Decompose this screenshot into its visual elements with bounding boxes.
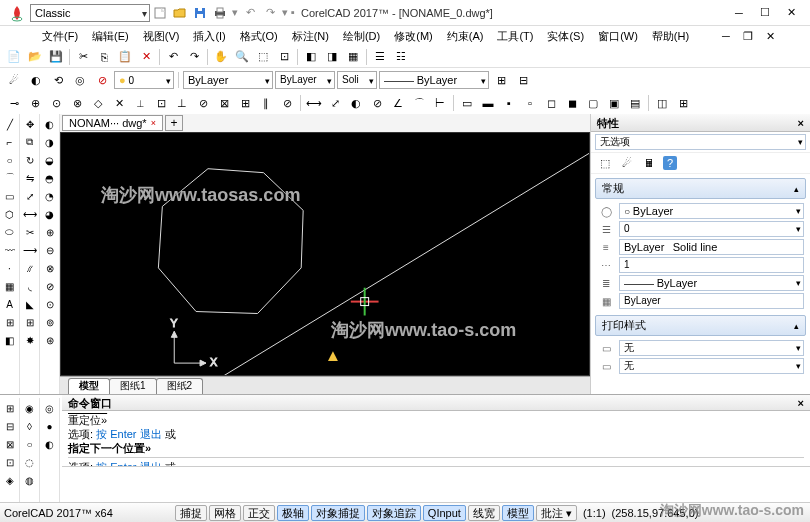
tab-sheet1[interactable]: 图纸1 [109,378,157,394]
bl12-icon[interactable]: ● [42,418,58,434]
new-doc-icon[interactable]: 📄 [6,49,22,65]
calc-icon[interactable]: 🖩 [641,155,657,171]
dim-c-icon[interactable]: ▪ [501,95,517,111]
print-icon[interactable] [212,5,228,21]
tab-close-icon[interactable]: × [151,116,156,130]
menu-constraint[interactable]: 约束(A) [441,27,490,46]
point-icon[interactable]: · [2,260,18,276]
snap-quad-icon[interactable]: ◇ [90,95,106,111]
prop-lineweight[interactable]: ——— ByLayer [619,275,804,291]
redo2-icon[interactable]: ↷ [186,49,202,65]
dim-h-icon[interactable]: ▣ [606,95,622,111]
dim-e-icon[interactable]: ◻ [543,95,559,111]
sb-esnap[interactable]: 对象捕捉 [311,505,365,521]
extend-icon[interactable]: ⟶ [22,242,38,258]
sb-lweight[interactable]: 线宽 [468,505,500,521]
section-print[interactable]: 打印样式▴ [595,315,806,336]
redo-icon[interactable]: ↷ [262,5,278,21]
dim-g-icon[interactable]: ▢ [585,95,601,111]
mirror-icon[interactable]: ⇋ [22,170,38,186]
menu-tools[interactable]: 工具(T) [491,27,539,46]
dim-a-icon[interactable]: ▭ [459,95,475,111]
x11-icon[interactable]: ⊙ [42,296,58,312]
bl10-icon[interactable]: ◍ [22,472,38,488]
hatch-icon[interactable]: ▦ [2,278,18,294]
doc-close-icon[interactable]: ✕ [762,28,778,44]
arc-icon[interactable]: ⌒ [2,170,18,186]
snap-none-icon[interactable]: ⊘ [279,95,295,111]
polygon-icon[interactable]: ⬡ [2,206,18,222]
bl1-icon[interactable]: ⊞ [2,400,18,416]
cut-icon[interactable]: ✂ [75,49,91,65]
dropdown-arrow-icon[interactable]: ▾ [232,6,238,19]
snap-mid-icon[interactable]: ⊕ [27,95,43,111]
region-icon[interactable]: ◧ [2,332,18,348]
snap-perp-icon[interactable]: ⊥ [174,95,190,111]
x8-icon[interactable]: ⊖ [42,242,58,258]
tool-c-icon[interactable]: ▦ [345,49,361,65]
bl5-icon[interactable]: ◈ [2,472,18,488]
zoom-icon[interactable]: 🔍 [234,49,250,65]
block-icon[interactable]: ⊞ [2,314,18,330]
save-icon[interactable] [192,5,208,21]
section-general[interactable]: 常规▴ [595,178,806,199]
bl7-icon[interactable]: ◊ [22,418,38,434]
maximize-button[interactable]: ☐ [758,6,772,20]
bl2-icon[interactable]: ⊟ [2,418,18,434]
dim-d-icon[interactable]: ▫ [522,95,538,111]
sb-grid[interactable]: 网格 [209,505,241,521]
layer-off-icon[interactable]: ⊘ [94,72,110,88]
x2-icon[interactable]: ◑ [42,134,58,150]
sb-etrack[interactable]: 对象追踪 [367,505,421,521]
menu-format[interactable]: 格式(O) [234,27,284,46]
new-icon[interactable] [152,5,168,21]
sb-qinput[interactable]: QInput [423,505,466,521]
view-a-icon[interactable]: ◫ [654,95,670,111]
tab-sheet2[interactable]: 图纸2 [156,378,204,394]
menu-draw[interactable]: 绘制(D) [337,27,386,46]
text-icon[interactable]: A [2,296,18,312]
undo-icon[interactable]: ↶ [242,5,258,21]
layer-iso-icon[interactable]: ◎ [72,72,88,88]
layer-states-icon[interactable]: ◐ [28,72,44,88]
bl13-icon[interactable]: ◐ [42,436,58,452]
snap-end-icon[interactable]: ⊸ [6,95,22,111]
line-icon[interactable]: ╱ [2,116,18,132]
drawing-canvas[interactable]: Y X 淘沙网www.taosas.com 淘沙网www.tao-s.com [60,132,590,376]
prop-plotstyle[interactable]: 无 [619,340,804,356]
tab-model[interactable]: 模型 [68,378,110,394]
menu-solid[interactable]: 实体(S) [541,27,590,46]
quick-select-icon[interactable]: ☄ [619,155,635,171]
props-close-icon[interactable]: × [798,114,804,132]
x12-icon[interactable]: ⊚ [42,314,58,330]
pan-icon[interactable]: ✋ [213,49,229,65]
dim-arc-icon[interactable]: ⌒ [411,95,427,111]
x7-icon[interactable]: ⊕ [42,224,58,240]
circle-icon[interactable]: ○ [2,152,18,168]
x3-icon[interactable]: ◒ [42,152,58,168]
prop-ltscale[interactable]: 1 [619,257,804,273]
paste-icon[interactable]: 📋 [117,49,133,65]
delete-icon[interactable]: ✕ [138,49,154,65]
sb-snap[interactable]: 捕捉 [175,505,207,521]
rotate-icon[interactable]: ↻ [22,152,38,168]
undo2-icon[interactable]: ↶ [165,49,181,65]
menu-edit[interactable]: 编辑(E) [86,27,135,46]
dim-i-icon[interactable]: ▤ [627,95,643,111]
tool-b-icon[interactable]: ◨ [324,49,340,65]
doc-tab[interactable]: NONAM··· dwg*× [62,115,163,131]
open-folder-icon[interactable]: 📂 [27,49,43,65]
sb-annot[interactable]: 批注 ▾ [536,505,577,521]
menu-dimension[interactable]: 标注(N) [286,27,335,46]
prop-plotstyle2[interactable]: 无 [619,358,804,374]
dim-radius-icon[interactable]: ◐ [348,95,364,111]
lineweight-combo[interactable]: Soli [337,71,377,89]
prop-layer[interactable]: 0 [619,221,804,237]
dim-aligned-icon[interactable]: ⤢ [327,95,343,111]
menu-file[interactable]: 文件(F) [36,27,84,46]
dim-ord-icon[interactable]: ⊢ [432,95,448,111]
layer-prev-icon[interactable]: ⟲ [50,72,66,88]
bl3-icon[interactable]: ⊠ [2,436,18,452]
x13-icon[interactable]: ⊛ [42,332,58,348]
x5-icon[interactable]: ◔ [42,188,58,204]
